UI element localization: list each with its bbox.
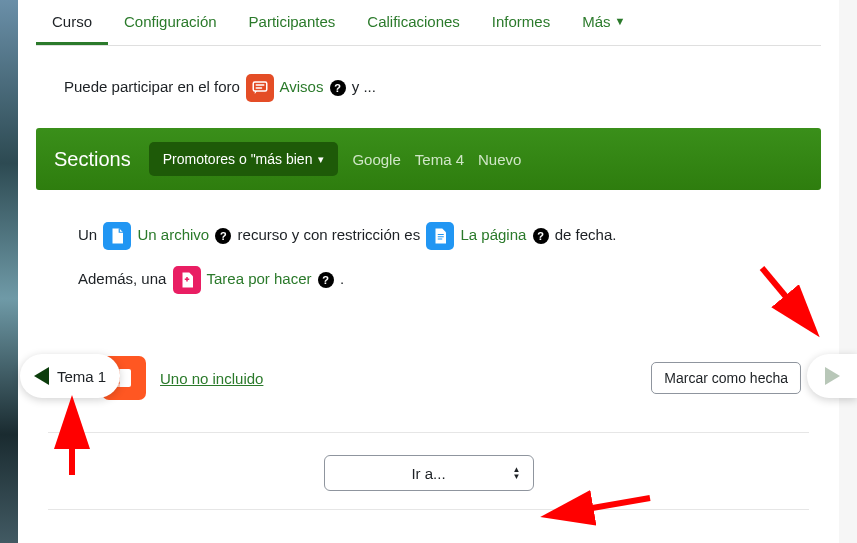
tab-reports[interactable]: Informes — [476, 0, 566, 45]
file-icon — [103, 222, 131, 250]
activity-link[interactable]: Uno no incluido — [160, 370, 263, 387]
background-left-strip — [0, 0, 18, 543]
text: recurso y con restricción es — [238, 226, 425, 243]
next-section-button[interactable] — [807, 354, 857, 398]
background-right-strip — [839, 0, 857, 543]
triangle-left-icon — [34, 367, 49, 385]
file-link[interactable]: Un archivo — [138, 226, 210, 243]
help-icon[interactable]: ? — [330, 80, 346, 96]
page-container: Curso Configuración Participantes Califi… — [18, 0, 839, 510]
jumpto-label: Ir a... — [411, 465, 445, 482]
content-line-1: Un Un archivo ? recurso y con restricció… — [78, 220, 811, 250]
tab-course[interactable]: Curso — [36, 0, 108, 45]
tab-more-label: Más — [582, 13, 610, 30]
divider — [48, 509, 809, 510]
chevron-down-icon: ▾ — [318, 153, 324, 166]
forum-icon — [246, 74, 274, 102]
section-link-tema4[interactable]: Tema 4 — [415, 151, 464, 168]
triangle-right-icon — [825, 367, 840, 385]
section-link-nuevo[interactable]: Nuevo — [478, 151, 521, 168]
sections-title: Sections — [54, 148, 131, 171]
section-content: Un Un archivo ? recurso y con restricció… — [36, 190, 821, 318]
page-icon — [426, 222, 454, 250]
chevron-down-icon: ▼ — [615, 15, 626, 27]
intro-prefix: Puede participar en el foro — [64, 78, 244, 95]
activity-row: Uno no incluido Marcar como hecha — [36, 344, 821, 412]
help-icon[interactable]: ? — [533, 228, 549, 244]
text: . — [340, 270, 344, 287]
text: Además, una — [78, 270, 171, 287]
section-dropdown-active[interactable]: Promotores o "más bien ▾ — [149, 142, 339, 176]
page-link[interactable]: La página — [460, 226, 526, 243]
tab-participants[interactable]: Participantes — [233, 0, 352, 45]
section-active-label: Promotores o "más bien — [163, 151, 313, 167]
text: de fecha. — [555, 226, 617, 243]
jumpto-select[interactable]: Ir a... ▲▼ — [324, 455, 534, 491]
content-line-2: Además, una Tarea por hacer ? . — [78, 264, 811, 294]
svg-rect-0 — [253, 82, 267, 91]
sections-bar: Sections Promotores o "más bien ▾ Google… — [36, 128, 821, 190]
intro-paragraph: Puede participar en el foro Avisos ? y .… — [36, 46, 821, 120]
prev-section-button[interactable]: Tema 1 — [20, 354, 120, 398]
help-icon[interactable]: ? — [318, 272, 334, 288]
activity-actions: Marcar como hecha — [651, 362, 801, 394]
prev-section-label: Tema 1 — [57, 368, 106, 385]
assignment-icon — [173, 266, 201, 294]
intro-suffix: y ... — [352, 78, 376, 95]
assignment-link[interactable]: Tarea por hacer — [206, 270, 311, 287]
course-nav-tabs: Curso Configuración Participantes Califi… — [36, 0, 821, 46]
mark-done-button[interactable]: Marcar como hecha — [651, 362, 801, 394]
forum-link[interactable]: Avisos — [279, 78, 323, 95]
select-caret-icon: ▲▼ — [513, 467, 521, 480]
tab-config[interactable]: Configuración — [108, 0, 233, 45]
tab-grades[interactable]: Calificaciones — [351, 0, 476, 45]
section-link-google[interactable]: Google — [352, 151, 400, 168]
help-icon[interactable]: ? — [215, 228, 231, 244]
text: Un — [78, 226, 101, 243]
jumpto-container: Ir a... ▲▼ — [36, 433, 821, 501]
tab-more[interactable]: Más ▼ — [566, 0, 641, 45]
